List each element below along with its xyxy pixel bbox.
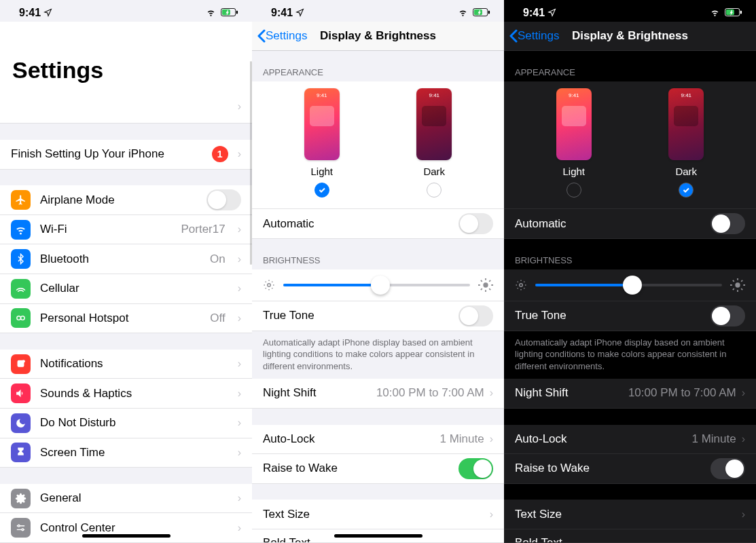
night-shift-row[interactable]: Night Shift 10:00 PM to 7:00 AM › (504, 379, 756, 409)
airplane-row[interactable]: Airplane Mode (0, 185, 252, 215)
true-tone-row[interactable]: True Tone (252, 301, 504, 331)
appearance-dark-option[interactable]: 9:41 Dark (668, 88, 704, 198)
home-indicator[interactable] (334, 534, 422, 538)
appearance-picker: 9:41 Light 9:41 Dark (504, 81, 756, 209)
chevron-right-icon: › (238, 223, 241, 236)
notifications-icon (11, 354, 31, 374)
hotspot-row[interactable]: Personal Hotspot Off › (0, 304, 252, 334)
cellular-icon (11, 279, 31, 299)
appearance-picker: 9:41 Light 9:41 Dark (252, 81, 504, 209)
automatic-row[interactable]: Automatic (504, 209, 756, 239)
brightness-header: BRIGHTNESS (504, 239, 756, 269)
hourglass-icon (11, 443, 31, 462)
back-button[interactable]: Settings (252, 29, 312, 43)
auto-lock-row[interactable]: Auto-Lock 1 Minute › (504, 425, 756, 455)
status-time: 9:41 (19, 7, 41, 19)
svg-point-3 (17, 316, 21, 320)
notifications-row[interactable]: Notifications › (0, 350, 252, 379)
raise-to-wake-row[interactable]: Raise to Wake (252, 454, 504, 484)
bold-text-row[interactable]: Bold Text (504, 529, 756, 543)
toggles-icon (11, 518, 31, 538)
chevron-right-icon: › (742, 508, 745, 521)
phone-display-dark: 9:41 Settings Display & Brightness APPEA… (504, 0, 756, 543)
status-bar: 9:41 (0, 0, 252, 22)
svg-rect-16 (726, 10, 734, 15)
sounds-row[interactable]: Sounds & Haptics › (0, 379, 252, 409)
svg-point-4 (21, 316, 25, 320)
location-icon (547, 8, 556, 17)
svg-point-6 (22, 360, 25, 362)
nav-bar: Settings Display & Brightness (252, 22, 504, 52)
chevron-right-icon: › (238, 447, 241, 459)
badge: 1 (212, 146, 228, 162)
light-preview: 9:41 (556, 88, 592, 160)
chevron-right-icon: › (742, 387, 745, 399)
brightness-slider[interactable] (283, 284, 470, 286)
airplane-toggle[interactable] (206, 189, 241, 210)
search-profile-row[interactable]: › (0, 90, 252, 124)
appearance-light-option[interactable]: 9:41 Light (304, 88, 340, 198)
battery-icon (725, 8, 742, 17)
light-preview: 9:41 (304, 88, 340, 160)
svg-point-8 (18, 525, 20, 527)
appearance-light-option[interactable]: 9:41 Light (556, 88, 592, 198)
brightness-slider-row[interactable] (504, 269, 756, 301)
raise-to-wake-row[interactable]: Raise to Wake (504, 454, 756, 484)
airplane-icon (11, 190, 31, 210)
finish-setup-row[interactable]: Finish Setting Up Your iPhone 1 › (0, 140, 252, 170)
home-indicator[interactable] (82, 534, 170, 538)
chevron-right-icon: › (238, 282, 241, 295)
moon-icon (11, 413, 31, 433)
wifi-row[interactable]: Wi-Fi Porter17 › (0, 215, 252, 245)
status-time: 9:41 (523, 7, 545, 19)
phone-display-light: 9:41 Settings Display & Brightness APPEA… (252, 0, 504, 543)
appearance-dark-option[interactable]: 9:41 Dark (416, 88, 452, 198)
auto-lock-row[interactable]: Auto-Lock 1 Minute › (252, 425, 504, 455)
light-radio[interactable] (566, 183, 581, 198)
hotspot-icon (11, 308, 31, 328)
chevron-right-icon: › (238, 522, 241, 534)
cellular-row[interactable]: Cellular › (0, 274, 252, 304)
brightness-slider[interactable] (535, 284, 722, 286)
chevron-right-icon: › (490, 387, 493, 399)
text-size-row[interactable]: Text Size › (504, 500, 756, 529)
chevron-right-icon: › (238, 388, 241, 400)
raise-toggle[interactable] (458, 458, 493, 479)
location-icon (43, 8, 52, 17)
back-button[interactable]: Settings (504, 29, 564, 43)
chevron-right-icon: › (742, 433, 745, 445)
automatic-toggle[interactable] (710, 213, 745, 234)
brightness-slider-row[interactable] (252, 269, 504, 301)
general-row[interactable]: General › (0, 484, 252, 514)
bluetooth-row[interactable]: Bluetooth On › (0, 244, 252, 274)
svg-point-18 (520, 284, 523, 287)
dark-radio[interactable] (427, 183, 442, 198)
appearance-header: APPEARANCE (252, 51, 504, 81)
true-tone-footer: Automatically adapt iPhone display based… (252, 331, 504, 379)
dark-radio[interactable] (679, 183, 694, 198)
automatic-row[interactable]: Automatic (252, 209, 504, 239)
status-time: 9:41 (271, 7, 293, 19)
chevron-right-icon: › (238, 100, 241, 113)
chevron-right-icon: › (238, 417, 241, 429)
screentime-row[interactable]: Screen Time › (0, 438, 252, 468)
battery-icon (473, 8, 490, 17)
svg-rect-2 (236, 11, 238, 14)
raise-toggle[interactable] (710, 458, 745, 479)
wifi-icon (11, 220, 31, 240)
automatic-toggle[interactable] (458, 213, 493, 234)
finish-setup-label: Finish Setting Up Your iPhone (11, 147, 202, 161)
light-radio[interactable] (314, 183, 329, 198)
true-tone-toggle[interactable] (710, 305, 745, 326)
svg-rect-1 (222, 10, 230, 15)
text-size-row[interactable]: Text Size › (252, 500, 504, 529)
sun-small-icon (515, 279, 527, 291)
status-bar: 9:41 (252, 0, 504, 22)
svg-point-13 (268, 284, 271, 287)
wifi-icon (205, 8, 217, 17)
dnd-row[interactable]: Do Not Disturb › (0, 409, 252, 438)
true-tone-row[interactable]: True Tone (504, 301, 756, 331)
true-tone-toggle[interactable] (458, 305, 493, 326)
night-shift-row[interactable]: Night Shift 10:00 PM to 7:00 AM › (252, 379, 504, 409)
control-center-row[interactable]: Control Center › (0, 513, 252, 543)
